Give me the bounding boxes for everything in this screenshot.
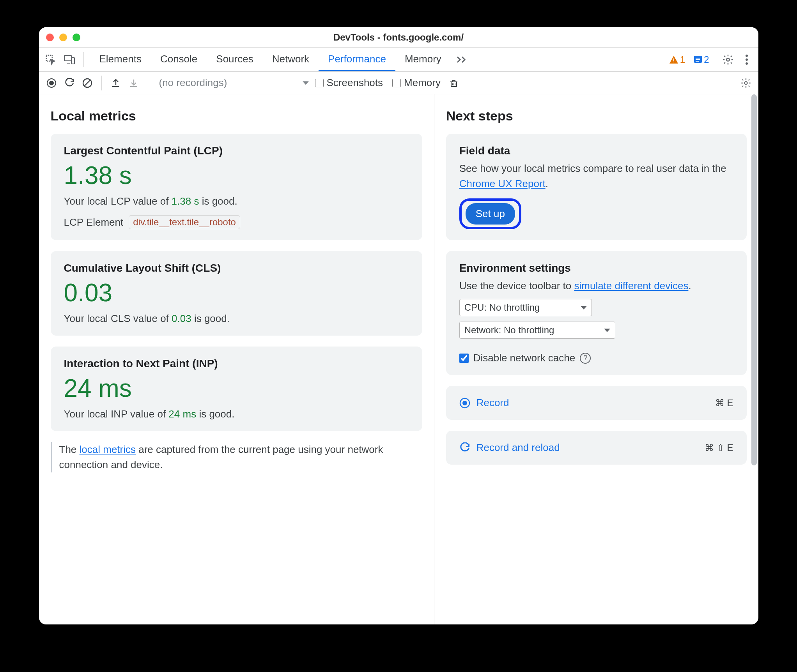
chevron-down-icon — [581, 306, 587, 309]
separator — [148, 76, 148, 90]
screenshots-input[interactable] — [315, 79, 324, 87]
memory-input[interactable] — [392, 79, 401, 87]
field-data-text: See how your local metrics compare to re… — [459, 161, 733, 191]
local-metrics-link[interactable]: local metrics — [80, 444, 136, 455]
cls-title: Cumulative Layout Shift (CLS) — [64, 262, 409, 274]
svg-rect-1 — [64, 55, 71, 61]
window-titlebar: DevTools - fonts.google.com/ — [39, 27, 758, 48]
tab-network[interactable]: Network — [263, 48, 319, 71]
inp-description: Your local INP value of 24 ms is good. — [64, 408, 409, 420]
scrollbar-thumb[interactable] — [751, 94, 757, 465]
tab-memory[interactable]: Memory — [395, 48, 451, 71]
svg-rect-2 — [71, 58, 74, 64]
tab-elements[interactable]: Elements — [90, 48, 151, 71]
cpu-throttling-select[interactable]: CPU: No throttling — [459, 299, 592, 316]
environment-title: Environment settings — [459, 262, 733, 274]
svg-point-17 — [744, 81, 747, 84]
chevron-down-icon — [604, 329, 610, 332]
lcp-element-row: LCP Element div.tile__text.tile__roboto — [64, 215, 409, 229]
svg-point-11 — [746, 58, 748, 61]
svg-rect-3 — [673, 58, 674, 61]
record-label: Record — [476, 397, 509, 409]
device-toolbar-icon[interactable] — [62, 52, 77, 67]
minimize-icon[interactable] — [59, 34, 67, 41]
cls-card: Cumulative Layout Shift (CLS) 0.03 Your … — [51, 251, 422, 336]
svg-rect-8 — [696, 61, 699, 62]
field-data-card: Field data See how your local metrics co… — [446, 134, 747, 240]
tab-sources[interactable]: Sources — [207, 48, 262, 71]
collect-garbage-icon[interactable] — [447, 76, 461, 90]
environment-text: Use the device toolbar to simulate diffe… — [459, 278, 733, 294]
disable-cache-row: Disable network cache ? — [459, 352, 733, 364]
perf-toolbar: (no recordings) Screenshots Memory — [39, 72, 758, 94]
settings-icon[interactable] — [720, 52, 736, 67]
record-icon[interactable] — [44, 76, 58, 90]
local-metrics-heading: Local metrics — [51, 108, 422, 124]
svg-point-14 — [49, 81, 54, 85]
local-metrics-note: The local metrics are captured from the … — [51, 442, 422, 472]
svg-point-10 — [746, 55, 748, 57]
clear-icon[interactable] — [80, 76, 94, 90]
svg-rect-4 — [673, 62, 674, 62]
window-title: DevTools - fonts.google.com/ — [39, 32, 758, 43]
maximize-icon[interactable] — [73, 34, 80, 41]
environment-card: Environment settings Use the device tool… — [446, 251, 747, 375]
recordings-dropdown[interactable]: (no recordings) — [155, 75, 311, 91]
record-circle-icon — [459, 398, 470, 409]
window-controls — [46, 34, 80, 41]
record-shortcut: ⌘ E — [715, 398, 733, 409]
svg-line-16 — [84, 80, 90, 86]
devtools-window: DevTools - fonts.google.com/ Elements Co… — [39, 27, 758, 624]
field-data-title: Field data — [459, 145, 733, 157]
help-icon[interactable]: ? — [580, 353, 591, 364]
inp-value: 24 ms — [64, 374, 409, 403]
record-reload-shortcut: ⌘ ⇧ E — [705, 442, 733, 453]
simulate-devices-link[interactable]: simulate different devices — [574, 280, 689, 292]
tab-console[interactable]: Console — [151, 48, 207, 71]
svg-point-12 — [746, 62, 748, 65]
screenshots-checkbox[interactable]: Screenshots — [315, 77, 383, 89]
svg-rect-7 — [696, 59, 700, 60]
setup-button[interactable]: Set up — [466, 203, 515, 225]
separator — [83, 52, 84, 67]
svg-point-19 — [462, 401, 467, 405]
reload-icon[interactable] — [62, 76, 76, 90]
panel-tabs: Elements Console Sources Network Perform… — [90, 48, 451, 71]
separator — [101, 76, 102, 90]
main-toolbar: Elements Console Sources Network Perform… — [39, 48, 758, 72]
upload-icon[interactable] — [109, 76, 123, 90]
network-throttling-select[interactable]: Network: No throttling — [459, 322, 615, 339]
inp-card: Interaction to Next Paint (INP) 24 ms Yo… — [51, 347, 422, 431]
cls-description: Your local CLS value of 0.03 is good. — [64, 313, 409, 325]
issues-badge[interactable]: 2 — [694, 54, 709, 65]
crux-report-link[interactable]: Chrome UX Report — [459, 178, 546, 189]
next-steps-column: Next steps Field data See how your local… — [434, 94, 758, 624]
scrollbar[interactable] — [751, 94, 758, 624]
lcp-element-label: LCP Element — [64, 216, 124, 228]
setup-button-highlight: Set up — [459, 198, 521, 229]
record-reload-card[interactable]: Record and reload ⌘ ⇧ E — [446, 431, 747, 465]
issues-count: 2 — [704, 54, 709, 65]
kebab-menu-icon[interactable] — [739, 52, 754, 67]
memory-checkbox[interactable]: Memory — [392, 77, 441, 89]
reload-arrow-icon — [459, 442, 470, 453]
lcp-title: Largest Contentful Paint (LCP) — [64, 145, 409, 157]
download-icon[interactable] — [127, 76, 141, 90]
tab-performance[interactable]: Performance — [319, 48, 395, 71]
disable-cache-label: Disable network cache — [473, 352, 576, 364]
local-metrics-column: Local metrics Largest Contentful Paint (… — [39, 94, 434, 624]
close-icon[interactable] — [46, 34, 54, 41]
warnings-badge[interactable]: 1 — [669, 54, 685, 65]
warnings-count: 1 — [680, 54, 685, 65]
record-card[interactable]: Record ⌘ E — [446, 386, 747, 420]
lcp-element-selector[interactable]: div.tile__text.tile__roboto — [129, 215, 240, 229]
more-tabs-icon[interactable] — [454, 52, 469, 67]
svg-point-9 — [726, 58, 730, 61]
content-area: Local metrics Largest Contentful Paint (… — [39, 94, 758, 624]
panel-settings-icon[interactable] — [739, 76, 753, 90]
next-steps-heading: Next steps — [446, 108, 747, 124]
svg-rect-6 — [696, 58, 700, 58]
disable-cache-checkbox[interactable] — [459, 354, 469, 363]
inspect-icon[interactable] — [43, 52, 58, 67]
inp-title: Interaction to Next Paint (INP) — [64, 357, 409, 370]
